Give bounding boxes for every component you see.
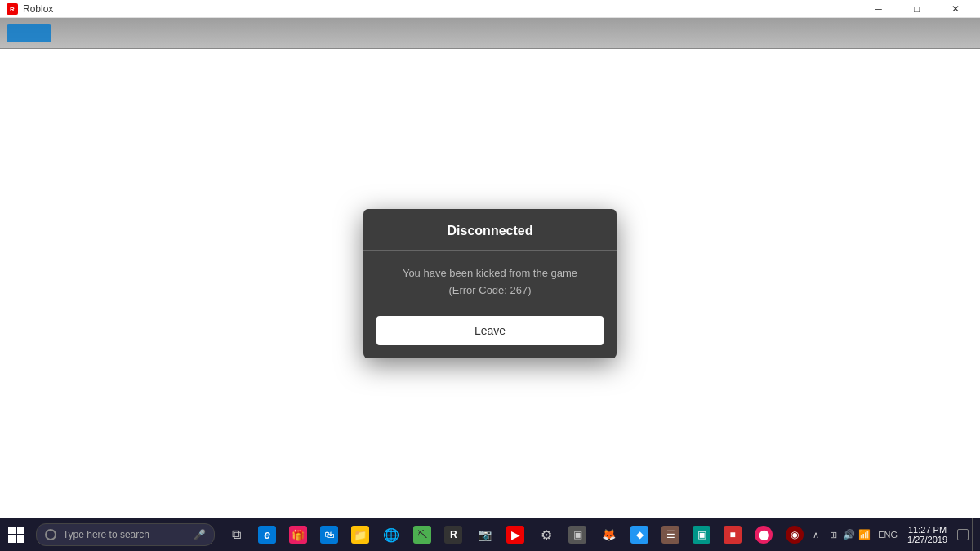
app-icon-6[interactable]: ⬤ — [749, 518, 778, 551]
svg-rect-4 — [8, 535, 16, 543]
firefox-icon[interactable]: 🦊 — [594, 518, 623, 551]
title-bar: R Roblox ─ □ ✕ — [0, 0, 980, 18]
system-tray-icons: ⊞ 🔊 📶 — [822, 518, 875, 551]
gift-icon[interactable]: 🎁 — [283, 518, 313, 551]
main-content: Disconnected You have been kicked from t… — [0, 49, 980, 518]
taskbar-clock[interactable]: 11:27 PM 1/27/2019 — [901, 518, 954, 551]
language-indicator[interactable]: ENG — [875, 530, 901, 540]
dialog-actions: Leave — [363, 316, 617, 358]
camera-icon[interactable]: 📷 — [470, 518, 499, 551]
edge-browser-icon[interactable]: e — [252, 518, 282, 551]
title-bar-left: R Roblox — [7, 3, 53, 15]
disconnected-dialog: Disconnected You have been kicked from t… — [363, 209, 617, 358]
store-icon[interactable]: 🛍 — [314, 518, 344, 551]
minecraft-icon[interactable]: ⛏ — [408, 518, 437, 551]
network-icon[interactable]: ⊞ — [826, 518, 840, 551]
app-icon-3[interactable]: ☰ — [656, 518, 685, 551]
close-button[interactable]: ✕ — [937, 0, 973, 18]
start-button[interactable] — [0, 518, 33, 551]
app-icon-5[interactable]: ■ — [718, 518, 747, 551]
app-toolbar — [0, 18, 980, 49]
windows-logo-icon — [8, 527, 24, 543]
minimize-button[interactable]: ─ — [860, 0, 897, 18]
maximize-button[interactable]: □ — [898, 0, 935, 18]
taskbar-app-icons: ⧉ e 🎁 🛍 📁 🌐 ⛏ R 📷 ▶ ⚙ — [221, 518, 809, 551]
window-title: Roblox — [23, 3, 53, 15]
notification-center-icon[interactable] — [957, 529, 969, 540]
wifi-icon[interactable]: 📶 — [857, 518, 871, 551]
search-placeholder-text: Type here to search — [63, 529, 194, 540]
taskbar-right: ∧ ⊞ 🔊 📶 ENG 11:27 PM 1/27/2019 — [809, 518, 980, 551]
mic-icon: 🎤 — [194, 529, 206, 540]
taskbar-search[interactable]: Type here to search 🎤 — [36, 523, 215, 546]
window-controls: ─ □ ✕ — [860, 0, 973, 18]
app-icon: R — [7, 3, 18, 15]
dialog-message-line2: (Error Code: 267) — [448, 284, 531, 296]
show-desktop-button[interactable] — [972, 518, 977, 551]
roblox-taskbar-icon[interactable]: R — [439, 518, 468, 551]
dialog-message-line1: You have been kicked from the game — [403, 267, 577, 279]
file-explorer-icon[interactable]: 📁 — [345, 518, 375, 551]
volume-icon[interactable]: 🔊 — [841, 518, 856, 551]
app-icon-1[interactable]: ▣ — [563, 518, 592, 551]
task-view-button[interactable]: ⧉ — [221, 518, 251, 551]
clock-time: 11:27 PM — [908, 525, 947, 535]
settings-icon[interactable]: ⚙ — [532, 518, 561, 551]
dialog-title: Disconnected — [363, 209, 617, 250]
taskbar: Type here to search 🎤 ⧉ e 🎁 🛍 📁 🌐 ⛏ R 📷 — [0, 518, 980, 551]
media-icon[interactable]: ▶ — [501, 518, 530, 551]
app-icon-2[interactable]: ◆ — [625, 518, 654, 551]
toolbar-logo — [7, 24, 51, 42]
search-icon — [45, 529, 56, 540]
svg-rect-2 — [8, 527, 16, 534]
clock-date: 1/27/2019 — [907, 535, 947, 544]
system-tray-expand[interactable]: ∧ — [809, 518, 822, 551]
svg-rect-5 — [17, 535, 24, 543]
app-icon-7[interactable]: ◉ — [780, 518, 809, 551]
svg-text:R: R — [10, 6, 15, 13]
app-icon-4[interactable]: ▣ — [687, 518, 716, 551]
dialog-message: You have been kicked from the game (Erro… — [363, 251, 617, 316]
leave-button[interactable]: Leave — [376, 316, 604, 345]
svg-rect-3 — [17, 527, 24, 534]
chrome-icon[interactable]: 🌐 — [376, 518, 406, 551]
